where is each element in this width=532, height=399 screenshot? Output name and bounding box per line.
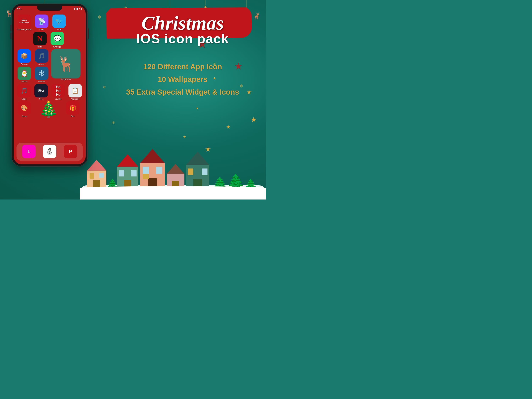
app-icon-chrome[interactable]: 🎅 Chrome xyxy=(17,67,32,82)
feature-item-1: 120 Different App Icon xyxy=(126,60,239,73)
app-row-4: 🎵 Music Uber Uber HoHoHo Youtube 📋 Among… xyxy=(17,84,83,100)
app-label-etsy: Etsy xyxy=(71,115,74,117)
app-icon-whatsapp[interactable]: 💬 Whatsapp xyxy=(50,32,65,48)
app-icon-twitter[interactable]: 🐦 Twitter xyxy=(51,14,67,31)
app-row-2: N Netflix 💬 Whatsapp xyxy=(17,32,83,48)
app-icon-widgetsmith-large[interactable]: 🦌 Widgetsmith xyxy=(51,49,81,81)
app-row-3: 📦 Dropbox 🎅 Chrome 🎵 Shazam xyxy=(17,49,83,82)
dock-app-lyft[interactable]: L xyxy=(21,145,37,159)
volume-down-button xyxy=(11,33,12,39)
app-grid: MerryChristmas Quote Widgetsmith 📡 Twitc… xyxy=(14,13,86,120)
app-label-canva: Canva xyxy=(22,115,27,117)
house-4 xyxy=(167,164,184,190)
phone-shell: 9:41 ▌▌▌ ▾ ▓ MerryChristmas Quote Widget… xyxy=(12,4,88,167)
app-label-twitter: Twitter xyxy=(56,29,62,31)
power-button xyxy=(88,28,89,39)
app-icon-quote-widgetsmith[interactable]: MerryChristmas Quote Widgetsmith xyxy=(17,14,32,31)
dock-app-pinterest[interactable]: P xyxy=(63,145,78,159)
app-icon-youtube[interactable]: HoHoHo Youtube xyxy=(51,84,66,100)
status-time: 9:41 xyxy=(17,7,21,10)
feature-item-3: 35 Extra Special Widget & Icons xyxy=(126,86,239,98)
app-label-quote: Quote Widgetsmith xyxy=(17,29,32,31)
volume-up-button xyxy=(11,25,12,31)
app-label-youtube: Youtube xyxy=(55,98,61,100)
app-icon-dropbox[interactable]: 📦 Dropbox xyxy=(17,49,32,65)
phone-dock: L ⛄ P xyxy=(17,143,83,161)
features-list: 120 Different App Icon 10 Wallpapers 35 … xyxy=(126,60,239,98)
app-label-weather: Weather xyxy=(38,81,45,82)
snow-curve xyxy=(80,186,266,190)
snow-base xyxy=(80,189,266,200)
app-icon-netflix[interactable]: N Netflix xyxy=(32,32,48,48)
app-label-music: Music xyxy=(22,98,26,100)
phone-notch xyxy=(37,6,62,11)
page-title-christmas: Christmas xyxy=(136,13,229,33)
app-row-1: MerryChristmas Quote Widgetsmith 📡 Twitc… xyxy=(17,14,83,31)
app-icon-uber[interactable]: Uber Uber xyxy=(33,84,49,100)
app-label-widgetsmith: Widgetsmith xyxy=(61,79,71,81)
christmas-tree-space: 🎄 xyxy=(34,101,63,117)
app-label-whatsapp: Whatsapp xyxy=(53,46,61,48)
phone-mockup: 9:41 ▌▌▌ ▾ ▓ MerryChristmas Quote Widget… xyxy=(5,4,94,181)
house-5 xyxy=(186,152,209,190)
app-row-5: 🎨 Canva 🎄 🎁 Etsy xyxy=(17,101,83,117)
app-label-twitch: Twitch xyxy=(39,29,44,31)
app-label-chrome: Chrome xyxy=(21,81,27,82)
app-label-dropbox: Dropbox xyxy=(21,63,28,65)
app-icon-canva[interactable]: 🎨 Canva xyxy=(17,101,32,117)
app-icon-etsy[interactable]: 🎁 Etsy xyxy=(65,101,81,117)
app-label-netflix: Netflix xyxy=(38,46,42,48)
feature-item-2: 10 Wallpapers xyxy=(126,73,239,86)
status-icons: ▌▌▌ ▾ ▓ xyxy=(74,8,82,10)
dock-app-snowman[interactable]: ⛄ xyxy=(42,145,57,159)
page-title-ios: IOS icon pack xyxy=(136,31,229,46)
app-label-shazam: Shazam xyxy=(38,63,45,65)
app-icon-shazam[interactable]: 🎵 Shazam xyxy=(34,49,50,65)
app-icon-twitch[interactable]: 📡 Twitch xyxy=(34,14,50,31)
house-2 xyxy=(117,154,138,190)
app-icon-music[interactable]: 🎵 Music xyxy=(17,84,32,100)
app-label-uber: Uber xyxy=(39,98,43,100)
app-icon-among-us[interactable]: 📋 Among Us xyxy=(68,84,83,100)
phone-screen: 9:41 ▌▌▌ ▾ ▓ MerryChristmas Quote Widget… xyxy=(14,6,86,164)
app-label-among-us: Among Us xyxy=(71,98,79,100)
app-icon-weather[interactable]: ❄️ Weather xyxy=(34,67,50,82)
house-3 xyxy=(140,149,165,190)
